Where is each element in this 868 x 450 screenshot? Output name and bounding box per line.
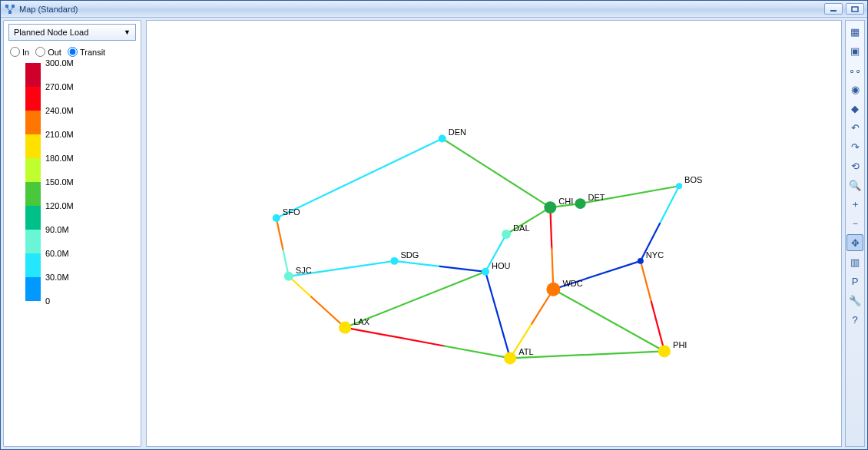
edge-DEN-CHI[interactable] bbox=[442, 138, 551, 207]
edge-SJC-LAX[interactable] bbox=[311, 297, 345, 328]
tool-zoom-rect[interactable]: 🔍 bbox=[846, 177, 863, 194]
node-label-WDC: WDC bbox=[562, 279, 582, 288]
node-DEN[interactable] bbox=[439, 134, 446, 142]
radio-transit[interactable]: Transit bbox=[68, 47, 105, 57]
legend-segment bbox=[25, 111, 41, 134]
tool-zoom-in[interactable]: ＋ bbox=[846, 196, 863, 213]
legend-segment bbox=[25, 63, 41, 87]
legend-label: 90.0M bbox=[45, 225, 69, 234]
edge-WDC-PHI[interactable] bbox=[553, 290, 664, 352]
edge-HOU-ATL[interactable] bbox=[485, 272, 510, 359]
legend-label: 180.0M bbox=[45, 154, 74, 163]
node-label-NYC: NYC bbox=[646, 250, 664, 260]
radio-out[interactable]: Out bbox=[35, 47, 61, 57]
legend-label: 150.0M bbox=[45, 177, 74, 187]
edge-SDG-HOU[interactable] bbox=[440, 266, 485, 272]
legend-label: 240.0M bbox=[45, 106, 74, 115]
legend-colorbar bbox=[25, 63, 41, 301]
legend-sidebar: Planned Node Load ▼ In Out Transit 300.0… bbox=[3, 20, 141, 447]
node-DET[interactable] bbox=[575, 198, 585, 209]
legend-label: 30.0M bbox=[45, 273, 69, 282]
svg-rect-2 bbox=[8, 11, 12, 14]
node-CHI[interactable] bbox=[544, 201, 556, 213]
tool-redo[interactable]: ↷ bbox=[846, 138, 863, 155]
map-toolbar: ▦▣∘∘◉◆↶↷⟲🔍＋－✥▥P🔧? bbox=[845, 20, 865, 447]
node-SDG[interactable] bbox=[390, 257, 398, 265]
nodes-layer: DENSFOSJCSDGDALHOUCHIDETBOSNYCWDCLAXATLP… bbox=[273, 128, 703, 365]
node-PHI[interactable] bbox=[658, 345, 671, 357]
edge-SDG-HOU[interactable] bbox=[394, 261, 439, 266]
legend-label: 270.0M bbox=[45, 82, 74, 91]
edge-BOS-NYC[interactable] bbox=[660, 186, 679, 223]
node-SJC[interactable] bbox=[284, 272, 293, 281]
legend-segment bbox=[25, 230, 41, 253]
node-NYC[interactable] bbox=[638, 258, 644, 264]
legend-label: 300.0M bbox=[45, 58, 74, 68]
node-BOS[interactable] bbox=[676, 183, 682, 189]
tool-settings[interactable]: 🔧 bbox=[846, 292, 863, 309]
edge-CHI-WDC[interactable] bbox=[550, 207, 552, 248]
edge-NYC-PHI[interactable] bbox=[651, 302, 664, 352]
node-LAX[interactable] bbox=[339, 322, 351, 334]
edge-NYC-PHI[interactable] bbox=[641, 261, 651, 302]
legend-segment bbox=[25, 182, 41, 206]
legend-segment bbox=[25, 158, 41, 182]
node-label-HOU: HOU bbox=[492, 261, 511, 270]
legend-segment bbox=[25, 253, 41, 277]
edge-LAX-ATL[interactable] bbox=[444, 346, 510, 358]
window-titlebar: Map (Standard) bbox=[1, 1, 867, 18]
svg-rect-4 bbox=[852, 7, 858, 12]
node-label-SDG: SDG bbox=[400, 250, 419, 260]
metric-dropdown-label: Planned Node Load bbox=[14, 28, 88, 37]
app-icon bbox=[4, 3, 16, 15]
tool-nodes[interactable]: ∘∘ bbox=[846, 61, 863, 78]
tool-marquee[interactable]: ▦ bbox=[846, 23, 863, 40]
legend-segment bbox=[25, 206, 41, 230]
node-label-PHI: PHI bbox=[673, 341, 687, 350]
legend-label: 0 bbox=[45, 296, 50, 306]
node-label-CHI: CHI bbox=[558, 197, 573, 206]
legend-segment bbox=[25, 134, 41, 158]
map-canvas[interactable]: DENSFOSJCSDGDALHOUCHIDETBOSNYCWDCLAXATLP… bbox=[146, 20, 842, 447]
node-SFO[interactable] bbox=[273, 214, 280, 222]
tool-cluster[interactable]: ◉ bbox=[846, 81, 863, 98]
node-WDC[interactable] bbox=[546, 283, 560, 296]
edge-SFO-SJC[interactable] bbox=[277, 218, 283, 250]
color-legend: 300.0M270.0M240.0M210.0M180.0M150.0M120.… bbox=[8, 63, 136, 301]
legend-label: 120.0M bbox=[45, 201, 74, 210]
minimize-button[interactable] bbox=[824, 3, 843, 15]
edges-layer bbox=[277, 138, 679, 358]
node-ATL[interactable] bbox=[504, 352, 516, 364]
metric-dropdown[interactable]: Planned Node Load ▼ bbox=[8, 24, 136, 41]
legend-segment bbox=[25, 277, 41, 301]
tool-undo[interactable]: ↶ bbox=[846, 119, 863, 136]
tool-shuffle[interactable]: ◆ bbox=[846, 100, 863, 117]
tool-zoom-out[interactable]: － bbox=[846, 215, 863, 232]
tool-help[interactable]: ? bbox=[846, 311, 863, 328]
maximize-button[interactable] bbox=[846, 3, 864, 15]
node-label-SFO: SFO bbox=[283, 207, 300, 217]
edge-SFO-DEN[interactable] bbox=[277, 138, 442, 218]
tool-properties[interactable]: P bbox=[846, 273, 863, 290]
node-label-DET: DET bbox=[588, 193, 605, 202]
node-label-BOS: BOS bbox=[684, 175, 702, 184]
node-DAL[interactable] bbox=[502, 230, 511, 239]
window-buttons bbox=[824, 3, 864, 15]
tool-fit[interactable]: ▣ bbox=[846, 42, 863, 59]
node-HOU[interactable] bbox=[482, 268, 489, 276]
node-label-SJC: SJC bbox=[296, 266, 312, 275]
tool-layers[interactable]: ▥ bbox=[846, 253, 863, 270]
node-label-DEN: DEN bbox=[449, 128, 466, 137]
tool-pan[interactable]: ✥ bbox=[846, 234, 863, 251]
radio-in[interactable]: In bbox=[10, 47, 29, 57]
chevron-down-icon: ▼ bbox=[124, 28, 131, 36]
svg-rect-0 bbox=[5, 5, 8, 8]
legend-segment bbox=[25, 87, 41, 111]
legend-labels: 300.0M270.0M240.0M210.0M180.0M150.0M120.… bbox=[45, 63, 91, 301]
window-title: Map (Standard) bbox=[19, 5, 824, 14]
tool-reset[interactable]: ⟲ bbox=[846, 157, 863, 174]
edge-LAX-ATL[interactable] bbox=[345, 328, 444, 346]
node-label-DAL: DAL bbox=[513, 223, 529, 233]
node-label-LAX: LAX bbox=[353, 317, 370, 326]
legend-label: 210.0M bbox=[45, 130, 74, 139]
